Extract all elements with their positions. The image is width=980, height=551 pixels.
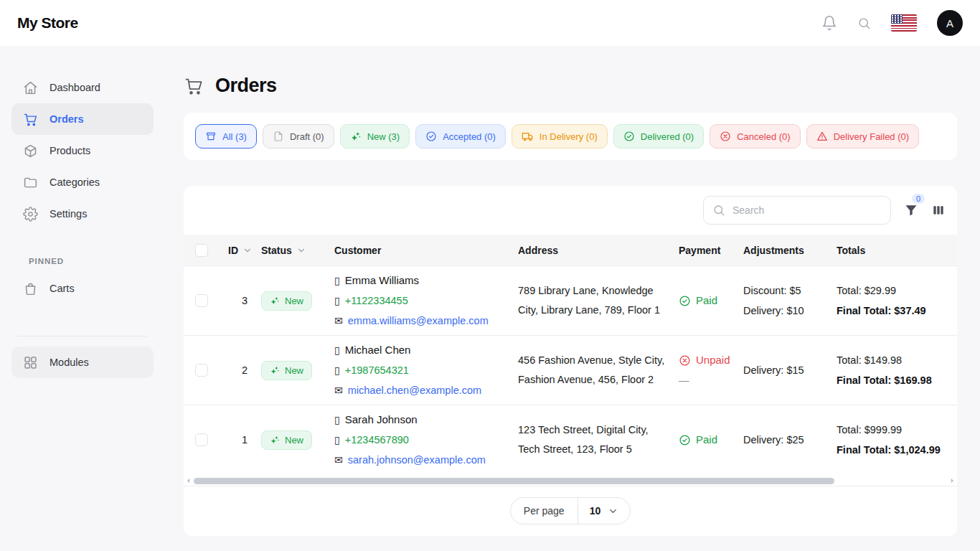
customer-name: Sarah Johnson <box>345 410 418 430</box>
payment-extra: — <box>679 370 743 390</box>
sidebar-item-label: Settings <box>50 208 87 220</box>
filter-chip-in-delivery[interactable]: In Delivery (0) <box>512 124 608 149</box>
filter-chip-label: All (3) <box>222 131 247 142</box>
per-page-select[interactable]: Per page 10 <box>510 497 631 524</box>
warning-triangle-icon <box>816 131 828 142</box>
check-circle-icon <box>623 131 635 142</box>
modules-grid-icon <box>23 355 38 370</box>
table-header-row: ID Status Customer Address Payment Adjus… <box>184 235 957 265</box>
order-final-total: Final Total: $37.49 <box>837 301 957 321</box>
column-header-address: Address <box>518 245 679 256</box>
columns-icon <box>931 203 946 217</box>
customer-email[interactable]: sarah.johnson@example.com <box>348 450 486 470</box>
column-header-customer: Customer <box>334 245 518 256</box>
filter-chip-canceled[interactable]: Canceled (0) <box>710 124 800 149</box>
mail-icon: ✉ <box>334 450 343 470</box>
pagination-row: Per page 10 <box>184 486 957 536</box>
table-row[interactable]: 3 New ▯Emma Williams ▯+1122334455 ✉emma.… <box>184 265 957 335</box>
table-row[interactable]: 2 New ▯Michael Chen ▯+1987654321 ✉michae… <box>184 335 957 405</box>
avatar[interactable]: A <box>937 10 963 36</box>
payment-status: Paid <box>679 291 743 311</box>
customer-email[interactable]: michael.chen@example.com <box>348 380 481 400</box>
chevron-down-icon <box>296 245 306 255</box>
scrollbar-track[interactable] <box>194 478 947 484</box>
language-flag-us[interactable] <box>891 14 917 32</box>
header-search-button[interactable] <box>857 17 871 30</box>
mail-icon: ✉ <box>334 311 343 331</box>
brand-logo[interactable]: My Store <box>17 14 78 32</box>
order-id: 2 <box>242 364 248 376</box>
phone-glyph-icon: ▯ <box>334 430 340 450</box>
order-total: Total: $999.99 <box>837 420 957 440</box>
check-circle-icon <box>425 131 437 142</box>
scrollbar-thumb[interactable] <box>194 478 834 484</box>
table-row[interactable]: 1 New ▯Sarah Johnson ▯+1234567890 ✉sarah… <box>184 405 957 474</box>
filter-chip-delivered[interactable]: Delivered (0) <box>613 124 704 149</box>
status-badge: New <box>261 291 312 311</box>
column-header-totals: Totals <box>837 245 957 256</box>
notifications-button[interactable] <box>821 15 837 31</box>
sidebar-item-orders[interactable]: Orders <box>11 103 154 135</box>
sparkles-icon <box>270 435 280 445</box>
columns-button[interactable] <box>931 203 946 217</box>
folder-icon <box>23 175 38 190</box>
cart-icon <box>23 112 38 127</box>
customer-phone[interactable]: +1987654321 <box>345 360 409 380</box>
gear-icon <box>23 207 38 222</box>
check-circle-icon <box>679 434 691 446</box>
status-badge: New <box>261 430 312 450</box>
sidebar-item-modules[interactable]: Modules <box>11 347 154 378</box>
order-total: Total: $29.99 <box>837 281 957 301</box>
sidebar-item-carts[interactable]: Carts <box>11 273 154 304</box>
order-address: 123 Tech Street, Digital City, Tech Stre… <box>518 420 667 459</box>
x-circle-icon <box>720 131 731 142</box>
page-title-cart-icon <box>184 76 204 96</box>
sidebar-item-dashboard[interactable]: Dashboard <box>11 72 154 103</box>
sparkles-icon <box>270 296 280 306</box>
customer-name: Emma Williams <box>345 270 419 291</box>
sidebar-item-label: Dashboard <box>50 82 100 93</box>
select-all-checkbox[interactable] <box>195 244 208 257</box>
filter-funnel-button[interactable]: 0 <box>904 203 918 217</box>
filter-chip-label: New (3) <box>367 131 400 142</box>
order-final-total: Final Total: $169.98 <box>837 370 957 390</box>
filter-chip-accepted[interactable]: Accepted (0) <box>415 124 506 149</box>
filter-count-badge: 0 <box>912 194 925 204</box>
filter-chip-draft[interactable]: Draft (0) <box>263 124 334 149</box>
sidebar-item-label: Orders <box>50 113 84 125</box>
order-id: 1 <box>242 434 248 446</box>
row-checkbox[interactable] <box>195 433 208 446</box>
column-header-id[interactable]: ID <box>220 245 261 256</box>
search-input[interactable] <box>732 204 882 216</box>
sidebar-item-categories[interactable]: Categories <box>11 166 154 198</box>
filter-chip-label: Draft (0) <box>290 131 324 142</box>
scroll-right-icon[interactable] <box>948 477 956 484</box>
order-id: 3 <box>242 295 248 306</box>
filter-chip-delivery-failed[interactable]: Delivery Failed (0) <box>806 124 919 149</box>
row-checkbox[interactable] <box>195 364 208 377</box>
pinned-section-label: PINNED <box>29 257 154 265</box>
column-header-payment: Payment <box>679 245 743 256</box>
scroll-left-icon[interactable] <box>185 477 192 484</box>
customer-phone[interactable]: +1234567890 <box>345 430 409 450</box>
sidebar-item-settings[interactable]: Settings <box>11 198 154 230</box>
column-header-status[interactable]: Status <box>261 245 334 256</box>
sidebar-item-label: Products <box>50 145 90 156</box>
adjustment-line: Delivery: $25 <box>743 430 837 450</box>
user-glyph-icon: ▯ <box>334 410 340 430</box>
filter-chip-all[interactable]: All (3) <box>195 124 257 149</box>
user-glyph-icon: ▯ <box>334 340 340 360</box>
sidebar-item-products[interactable]: Products <box>11 135 154 166</box>
filter-chip-new[interactable]: New (3) <box>340 124 410 149</box>
box-icon <box>205 131 217 142</box>
horizontal-scrollbar <box>185 476 956 486</box>
phone-glyph-icon: ▯ <box>334 360 340 380</box>
page-title: Orders <box>215 75 277 97</box>
per-page-value: 10 <box>590 505 601 517</box>
customer-email[interactable]: emma.williams@example.com <box>348 311 489 331</box>
filter-chip-label: Canceled (0) <box>737 131 790 142</box>
customer-phone[interactable]: +1122334455 <box>345 291 408 311</box>
row-checkbox[interactable] <box>195 294 208 307</box>
order-address: 789 Library Lane, Knowledge City, Librar… <box>518 281 667 320</box>
avatar-initial: A <box>946 17 953 29</box>
